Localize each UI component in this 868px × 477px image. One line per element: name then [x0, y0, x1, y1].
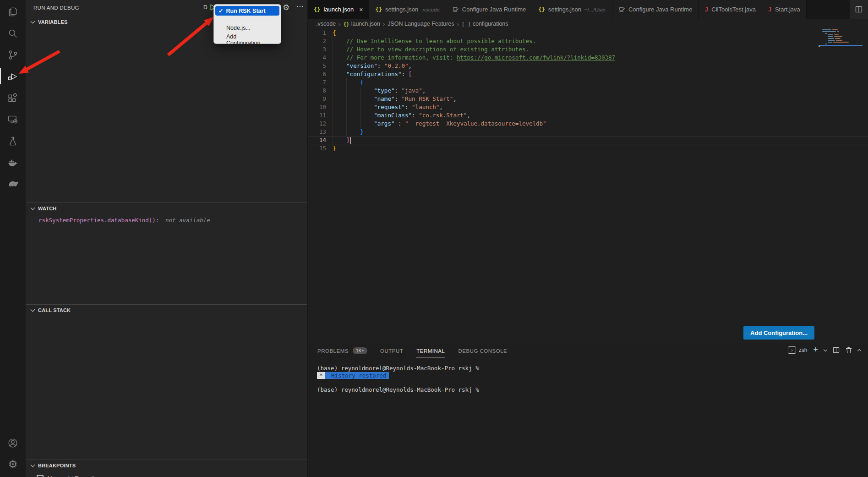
- activity-bar-item-testing[interactable]: [0, 130, 26, 152]
- variables-label: VARIABLES: [38, 19, 68, 25]
- code-line-11[interactable]: 11"mainClass": "co.rsk.Start",: [308, 111, 868, 120]
- json-file-icon: {}: [375, 6, 382, 13]
- code-line-8[interactable]: 8"type": "java",: [308, 87, 868, 95]
- tab-configure-java-runtime[interactable]: Configure Java Runtime: [446, 0, 532, 19]
- menu-item-selected[interactable]: ✓ Run RSK Start: [215, 6, 279, 16]
- config-dropdown-partial[interactable]: D: [203, 4, 207, 11]
- breadcrumb-separator-icon: ›: [383, 21, 385, 27]
- code-line-10[interactable]: 10"request": "launch",: [308, 103, 868, 111]
- views-more-actions-icon[interactable]: ⋯: [296, 2, 304, 11]
- minimap[interactable]: [819, 29, 863, 48]
- uncaught-exceptions-checkbox[interactable]: [37, 475, 44, 477]
- activity-bar-item-settings[interactable]: ⚙: [0, 454, 26, 475]
- java-runtime-cup-icon: [618, 6, 625, 13]
- code-line-4[interactable]: 4// For more information, visit: https:/…: [308, 54, 868, 62]
- shell-label[interactable]: zsh: [799, 347, 808, 353]
- call-stack-section: CALL STACK: [26, 304, 307, 315]
- activity-bar-item-source-control[interactable]: [0, 44, 26, 66]
- line-number: 8: [308, 87, 333, 95]
- menu-item-node-js-[interactable]: Node.js...: [215, 24, 279, 33]
- line-content: {: [333, 78, 364, 87]
- tab-label: settings.json: [385, 6, 418, 13]
- run-debug-icon: [7, 71, 19, 82]
- maximize-panel-icon[interactable]: [857, 349, 861, 352]
- code-line-5[interactable]: 5"version": "0.2.0",: [308, 62, 868, 70]
- menu-item-add-configuration-[interactable]: Add Configuration...: [215, 33, 279, 41]
- panel-tab-output[interactable]: OUTPUT: [380, 344, 404, 357]
- tab-settings-json[interactable]: {}settings.json.vscode: [369, 0, 446, 19]
- activity-bar-item-account[interactable]: [0, 432, 26, 454]
- code-editor[interactable]: 1{2// Use IntelliSense to learn about po…: [308, 29, 868, 342]
- tab-settings-json[interactable]: {}settings.json~/.../User: [532, 0, 612, 19]
- code-line-9[interactable]: 9"name": "Run RSK Start",: [308, 95, 868, 103]
- vscode-window: ⚙ RUN AND DEBUG VARIABLES WATCH rskSyste…: [0, 0, 868, 477]
- activity-bar-item-extensions[interactable]: [0, 87, 26, 109]
- watch-section: WATCH rskSystemProperties.databaseKind()…: [26, 203, 307, 224]
- breadcrumb-item[interactable]: {}launch.json: [343, 21, 380, 27]
- panel-tab-label: DEBUG CONSOLE: [458, 344, 508, 357]
- debug-settings-gear-icon[interactable]: ⚙: [283, 3, 289, 12]
- code-line-15[interactable]: 15}: [308, 144, 868, 153]
- activity-bar-item-search[interactable]: [0, 22, 26, 44]
- watch-expression-row[interactable]: rskSystemProperties.databaseKind(): not …: [38, 217, 307, 224]
- code-line-14[interactable]: 14]: [308, 136, 868, 144]
- activity-bar-item-gradle[interactable]: [0, 173, 26, 195]
- activity-bar-item-remote-explorer[interactable]: [0, 109, 26, 130]
- activity-bar-item-run-debug[interactable]: [0, 66, 26, 87]
- breadcrumb-item[interactable]: [ ]configurations: [462, 21, 508, 27]
- array-brackets-icon: [ ]: [462, 21, 471, 27]
- tab-label: Start.java: [775, 6, 800, 13]
- split-editor-icon[interactable]: [850, 0, 868, 19]
- watch-section-header[interactable]: WATCH: [26, 203, 307, 214]
- line-number: 2: [308, 37, 333, 45]
- breakpoints-section-header[interactable]: BREAKPOINTS: [26, 460, 307, 471]
- checkmark-icon: ✓: [218, 7, 223, 14]
- new-terminal-icon[interactable]: +: [813, 345, 818, 354]
- code-line-7[interactable]: 7{: [308, 78, 868, 87]
- testing-icon: [7, 135, 19, 147]
- code-line-6[interactable]: 6"configurations": [: [308, 70, 868, 78]
- panel-tab-problems[interactable]: PROBLEMS1K+: [317, 344, 367, 357]
- code-line-1[interactable]: 1{: [308, 29, 868, 37]
- close-tab-icon[interactable]: ×: [359, 6, 363, 13]
- line-number: 3: [308, 45, 333, 54]
- activity-bar-item-explorer[interactable]: [0, 1, 26, 22]
- split-terminal-icon[interactable]: [833, 347, 840, 353]
- add-configuration-button[interactable]: Add Configuration...: [743, 326, 814, 340]
- tab-start-java[interactable]: JStart.java: [762, 0, 807, 19]
- line-content: "request": "launch",: [333, 103, 443, 111]
- terminal-output[interactable]: (base) reynoldmorel@Reynolds-MacBook-Pro…: [308, 359, 868, 393]
- tab-launch-json[interactable]: {}launch.json×: [308, 0, 369, 19]
- breadcrumb-item[interactable]: JSON Language Features: [388, 21, 454, 27]
- terminal-dropdown-icon[interactable]: [824, 348, 827, 351]
- comment-link[interactable]: https://go.microsoft.com/fwlink/?linkid=…: [457, 54, 615, 61]
- line-content: {: [333, 29, 336, 37]
- tab-label: settings.json: [548, 6, 581, 13]
- tab-label: Configure Java Runtime: [628, 6, 692, 13]
- code-line-12[interactable]: 12"args" : "--regtest -Xkeyvalue.datasou…: [308, 120, 868, 128]
- code-line-13[interactable]: 13}: [308, 128, 868, 136]
- tab-configure-java-runtime[interactable]: Configure Java Runtime: [612, 0, 699, 19]
- line-content: "configurations": [: [333, 70, 412, 78]
- terminal-line: (base) reynoldmorel@Reynolds-MacBook-Pro…: [317, 386, 868, 394]
- breakpoint-label: Uncaught Exceptions: [48, 475, 104, 477]
- panel-tab-terminal[interactable]: TERMINAL: [416, 344, 445, 357]
- kill-terminal-icon[interactable]: [846, 347, 852, 354]
- code-line-3[interactable]: 3// Hover to view descriptions of existi…: [308, 45, 868, 54]
- tab-label: Configure Java Runtime: [462, 6, 526, 13]
- tab-clitoolstest-java[interactable]: JCliToolsTest.java: [699, 0, 762, 19]
- json-file-icon: {}: [343, 21, 349, 27]
- terminal-line: (base) reynoldmorel@Reynolds-MacBook-Pro…: [317, 365, 868, 372]
- breadcrumb-separator-icon: ›: [338, 21, 340, 27]
- call-stack-section-header[interactable]: CALL STACK: [26, 304, 307, 315]
- code-line-2[interactable]: 2// Use IntelliSense to learn about poss…: [308, 37, 868, 45]
- docker-icon: [7, 157, 19, 169]
- remote-explorer-icon: [7, 114, 19, 126]
- terminal-shell-icon: ›: [788, 346, 796, 354]
- panel-tab-debug-console[interactable]: DEBUG CONSOLE: [458, 344, 508, 357]
- activity-bar-item-docker[interactable]: [0, 152, 26, 173]
- panel-actions: › zsh +: [788, 346, 861, 354]
- breadcrumb-item[interactable]: .vscode: [316, 21, 336, 27]
- chevron-down-icon: [31, 19, 35, 24]
- breakpoint-row: Uncaught Exceptions: [37, 475, 307, 477]
